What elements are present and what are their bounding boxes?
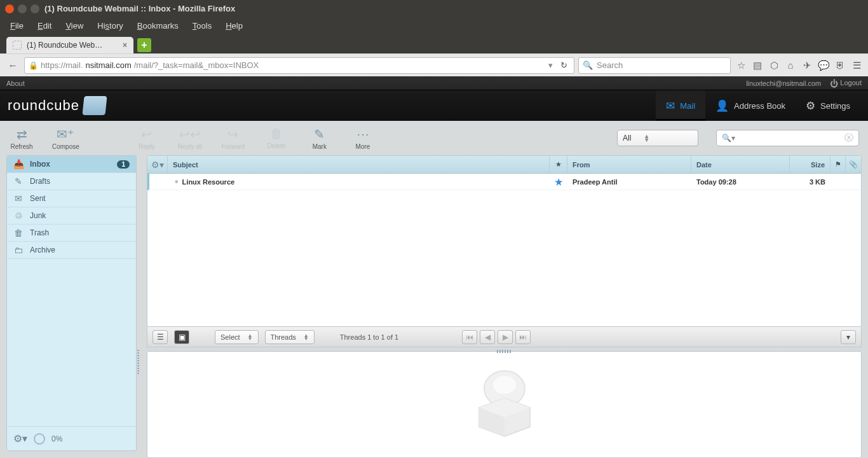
- msg-star[interactable]: ★: [550, 174, 567, 190]
- forward-button: ↪Forward: [220, 127, 246, 150]
- horizontal-splitter[interactable]: [497, 350, 512, 353]
- new-tab-button[interactable]: +: [137, 38, 151, 52]
- menu-help[interactable]: Help: [219, 19, 249, 32]
- search-icon: 🔍▾: [722, 134, 735, 142]
- message-list-header: ⚙▾ Subject ★ From Date Size ⚑ 📎: [147, 156, 861, 174]
- tab-close-icon[interactable]: ×: [123, 41, 127, 50]
- delete-button: 🗑Delete: [264, 127, 289, 149]
- folder-label: Inbox: [30, 160, 50, 169]
- folder-sent[interactable]: ✉Sent: [7, 190, 136, 207]
- about-link[interactable]: About: [6, 80, 25, 87]
- quota-icon: [34, 433, 45, 445]
- folder-sidebar: 📥Inbox1✎Drafts✉Sent♲Junk🗑Trash🗀Archive ⚙…: [6, 155, 137, 451]
- chat-icon[interactable]: 💬: [817, 59, 830, 72]
- reply-all-button: ↩↩Reply all: [177, 127, 203, 150]
- window-minimize-button[interactable]: [18, 4, 27, 13]
- col-size[interactable]: Size: [790, 156, 831, 173]
- browser-search-bar[interactable]: 🔍 Search: [578, 57, 731, 74]
- folder-junk[interactable]: ♲Junk: [7, 207, 136, 225]
- list-options-button[interactable]: ⚙▾: [147, 156, 168, 173]
- window-close-button[interactable]: [5, 4, 14, 13]
- folder-label: Drafts: [30, 177, 50, 186]
- home-icon[interactable]: ⌂: [784, 59, 797, 72]
- send-icon[interactable]: ✈: [801, 59, 813, 72]
- url-bar[interactable]: 🔒 https://mail.nsitmail.com/mail/?_task=…: [24, 57, 574, 74]
- nav-tab-mail[interactable]: ✉ Mail: [656, 90, 705, 121]
- msg-from: Pradeep Antil: [567, 174, 691, 190]
- menu-view[interactable]: View: [59, 19, 90, 32]
- msg-size: 3 KB: [790, 174, 831, 190]
- msg-date: Today 09:28: [691, 174, 790, 190]
- nav-tab-addressbook[interactable]: 👤 Address Book: [705, 90, 796, 121]
- lock-icon: 🔒: [29, 61, 38, 70]
- mail-search-input[interactable]: 🔍▾ ⓧ: [716, 130, 859, 146]
- filter-select[interactable]: All ▲▼: [617, 130, 698, 146]
- message-list-pane: ⚙▾ Subject ★ From Date Size ⚑ 📎 •Linux R…: [147, 155, 862, 327]
- page-first-button[interactable]: ⏮: [462, 330, 477, 344]
- clear-search-icon[interactable]: ⓧ: [844, 132, 853, 144]
- hamburger-menu-icon[interactable]: ☰: [850, 59, 863, 72]
- list-preview-area: ⚙▾ Subject ★ From Date Size ⚑ 📎 •Linux R…: [147, 155, 862, 458]
- reply-all-icon: ↩↩: [179, 127, 201, 142]
- folder-icon: 🗀: [13, 245, 24, 255]
- split-view-button[interactable]: ▣: [174, 330, 189, 344]
- sidebar-footer: ⚙▾ 0%: [7, 426, 136, 450]
- bookmark-star-icon[interactable]: ☆: [735, 59, 747, 72]
- bookmarks-list-icon[interactable]: ▤: [751, 59, 764, 72]
- folder-icon: 📥: [13, 159, 24, 169]
- folder-drafts[interactable]: ✎Drafts: [7, 173, 136, 190]
- col-subject[interactable]: Subject: [168, 156, 550, 173]
- pocket-icon[interactable]: ⬡: [768, 59, 780, 72]
- preview-placeholder-icon: [466, 370, 543, 440]
- app-topbar: About linuxtechi@nsitmail.com ⏻ Logout: [0, 76, 868, 90]
- app-main: ⇄Refresh ✉⁺Compose ↩Reply ↩↩Reply all ↪F…: [0, 121, 868, 458]
- threads-dropdown[interactable]: Threads▲▼: [265, 330, 315, 344]
- vertical-splitter[interactable]: [137, 350, 140, 375]
- message-row[interactable]: •Linux Resource★Pradeep AntilToday 09:28…: [147, 174, 861, 190]
- menu-bookmarks[interactable]: Bookmarks: [131, 19, 185, 32]
- select-dropdown[interactable]: Select▲▼: [215, 330, 259, 344]
- folder-inbox[interactable]: 📥Inbox1: [7, 156, 136, 173]
- more-button[interactable]: ⋯More: [350, 127, 376, 150]
- folder-trash[interactable]: 🗑Trash: [7, 225, 136, 242]
- menu-file[interactable]: File: [4, 19, 30, 32]
- back-button[interactable]: ←: [5, 58, 20, 73]
- col-from[interactable]: From: [567, 156, 691, 173]
- url-prefix: https://mail.: [41, 60, 83, 70]
- logout-link[interactable]: ⏻ Logout: [830, 79, 862, 88]
- menu-tools[interactable]: Tools: [186, 19, 218, 32]
- folder-label: Sent: [30, 194, 46, 203]
- shield-icon[interactable]: ⛨: [834, 59, 846, 72]
- window-maximize-button[interactable]: [31, 4, 39, 13]
- preview-toggle-button[interactable]: ▾: [841, 330, 856, 344]
- page-next-button[interactable]: ▶: [498, 330, 513, 344]
- folder-options-button[interactable]: ⚙▾: [13, 433, 27, 445]
- cube-icon: [82, 96, 107, 115]
- page-prev-button[interactable]: ◀: [480, 330, 495, 344]
- browser-tab-active[interactable]: (1) Roundcube Web… ×: [6, 37, 133, 53]
- person-icon: 👤: [715, 99, 729, 113]
- mark-icon: ✎: [314, 127, 325, 142]
- page-last-button[interactable]: ⏭: [515, 330, 531, 344]
- reload-icon[interactable]: ↻: [558, 60, 570, 70]
- compose-button[interactable]: ✉⁺Compose: [52, 127, 79, 150]
- col-date[interactable]: Date: [691, 156, 790, 173]
- list-status: Threads 1 to 1 of 1: [340, 333, 398, 341]
- mark-button[interactable]: ✎Mark: [307, 127, 332, 150]
- menu-edit[interactable]: Edit: [31, 19, 58, 32]
- url-dropdown-icon[interactable]: ▾: [546, 60, 555, 70]
- trash-icon: 🗑: [270, 127, 283, 141]
- refresh-button[interactable]: ⇄Refresh: [9, 127, 34, 150]
- list-view-button[interactable]: ☰: [153, 330, 168, 344]
- tab-label: (1) Roundcube Web…: [27, 41, 118, 50]
- col-flag[interactable]: ⚑: [831, 156, 846, 173]
- svg-point-1: [493, 376, 516, 394]
- folder-archive[interactable]: 🗀Archive: [7, 242, 136, 259]
- menu-history[interactable]: History: [91, 19, 129, 32]
- nav-tab-settings[interactable]: ⚙ Settings: [796, 90, 860, 121]
- user-email: linuxtechi@nsitmail.com: [746, 80, 821, 87]
- col-attachment[interactable]: 📎: [846, 156, 861, 173]
- col-star[interactable]: ★: [550, 156, 567, 173]
- browser-navbar: ← 🔒 https://mail.nsitmail.com/mail/?_tas…: [0, 53, 868, 76]
- reply-button: ↩Reply: [134, 127, 159, 150]
